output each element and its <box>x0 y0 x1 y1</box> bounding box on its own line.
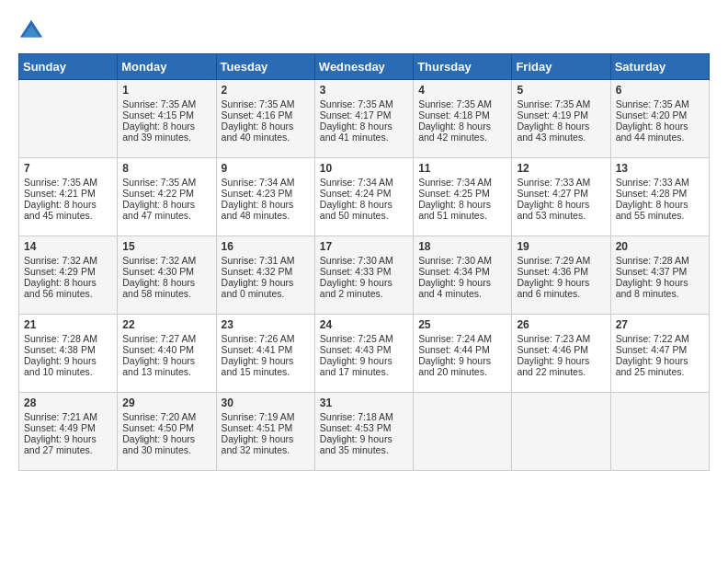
sunrise-text: Sunrise: 7:20 AM <box>122 411 196 422</box>
daylight-text: Daylight: 9 hours and 6 minutes. <box>517 277 589 299</box>
calendar-cell: 1 Sunrise: 7:35 AM Sunset: 4:15 PM Dayli… <box>118 80 216 158</box>
sunset-text: Sunset: 4:30 PM <box>122 266 194 277</box>
logo-icon <box>18 18 44 44</box>
sunrise-text: Sunrise: 7:30 AM <box>320 255 393 266</box>
calendar-cell: 12 Sunrise: 7:33 AM Sunset: 4:27 PM Dayl… <box>512 158 610 236</box>
day-number: 11 <box>418 162 506 175</box>
daylight-text: Daylight: 9 hours and 30 minutes. <box>122 433 195 455</box>
calendar-cell: 23 Sunrise: 7:26 AM Sunset: 4:41 PM Dayl… <box>216 315 314 393</box>
col-header-thursday: Thursday <box>414 54 512 80</box>
calendar-cell: 26 Sunrise: 7:23 AM Sunset: 4:46 PM Dayl… <box>512 315 610 393</box>
calendar-cell <box>610 393 709 471</box>
sunset-text: Sunset: 4:17 PM <box>320 109 392 121</box>
calendar-cell: 24 Sunrise: 7:25 AM Sunset: 4:43 PM Dayl… <box>314 315 413 393</box>
sunrise-text: Sunrise: 7:35 AM <box>616 98 689 109</box>
calendar-cell: 10 Sunrise: 7:34 AM Sunset: 4:24 PM Dayl… <box>314 158 413 236</box>
day-number: 17 <box>320 240 408 253</box>
daylight-text: Daylight: 8 hours and 51 minutes. <box>418 199 491 221</box>
day-number: 12 <box>517 162 605 175</box>
sunrise-text: Sunrise: 7:18 AM <box>320 411 393 422</box>
sunset-text: Sunset: 4:47 PM <box>616 344 688 355</box>
sunrise-text: Sunrise: 7:30 AM <box>418 255 492 266</box>
sunset-text: Sunset: 4:22 PM <box>122 188 194 199</box>
calendar-cell: 22 Sunrise: 7:27 AM Sunset: 4:40 PM Dayl… <box>118 315 216 393</box>
sunrise-text: Sunrise: 7:34 AM <box>320 177 393 188</box>
calendar-cell: 30 Sunrise: 7:19 AM Sunset: 4:51 PM Dayl… <box>216 393 314 471</box>
calendar-cell: 27 Sunrise: 7:22 AM Sunset: 4:47 PM Dayl… <box>610 315 709 393</box>
sunset-text: Sunset: 4:38 PM <box>24 344 96 355</box>
sunset-text: Sunset: 4:25 PM <box>418 188 490 199</box>
sunset-text: Sunset: 4:27 PM <box>517 188 588 199</box>
calendar-cell: 28 Sunrise: 7:21 AM Sunset: 4:49 PM Dayl… <box>19 393 118 471</box>
calendar-cell <box>19 80 118 158</box>
daylight-text: Daylight: 8 hours and 50 minutes. <box>320 199 392 221</box>
calendar-week-2: 7 Sunrise: 7:35 AM Sunset: 4:21 PM Dayli… <box>19 158 710 236</box>
sunset-text: Sunset: 4:32 PM <box>222 266 293 277</box>
sunset-text: Sunset: 4:40 PM <box>122 344 194 355</box>
day-number: 14 <box>24 240 112 253</box>
calendar-cell: 8 Sunrise: 7:35 AM Sunset: 4:22 PM Dayli… <box>118 158 216 236</box>
sunrise-text: Sunrise: 7:32 AM <box>24 255 97 266</box>
sunrise-text: Sunrise: 7:27 AM <box>122 333 196 344</box>
sunset-text: Sunset: 4:50 PM <box>122 422 194 433</box>
sunset-text: Sunset: 4:29 PM <box>24 266 96 277</box>
day-number: 3 <box>320 84 408 97</box>
day-number: 29 <box>122 396 210 409</box>
day-number: 20 <box>616 240 704 253</box>
day-number: 7 <box>24 162 112 175</box>
sunrise-text: Sunrise: 7:28 AM <box>24 333 97 344</box>
col-header-monday: Monday <box>118 54 216 80</box>
sunset-text: Sunset: 4:33 PM <box>320 266 392 277</box>
col-header-tuesday: Tuesday <box>216 54 314 80</box>
col-header-friday: Friday <box>512 54 610 80</box>
sunrise-text: Sunrise: 7:35 AM <box>418 98 492 109</box>
sunset-text: Sunset: 4:16 PM <box>222 109 293 121</box>
daylight-text: Daylight: 8 hours and 40 minutes. <box>222 121 294 143</box>
daylight-text: Daylight: 8 hours and 42 minutes. <box>418 121 491 143</box>
calendar-cell: 11 Sunrise: 7:34 AM Sunset: 4:25 PM Dayl… <box>414 158 512 236</box>
daylight-text: Daylight: 8 hours and 58 minutes. <box>122 277 195 299</box>
day-number: 19 <box>517 240 605 253</box>
sunset-text: Sunset: 4:15 PM <box>122 109 194 121</box>
daylight-text: Daylight: 9 hours and 2 minutes. <box>320 277 392 299</box>
sunrise-text: Sunrise: 7:25 AM <box>320 333 393 344</box>
daylight-text: Daylight: 9 hours and 15 minutes. <box>222 355 294 377</box>
calendar-week-5: 28 Sunrise: 7:21 AM Sunset: 4:49 PM Dayl… <box>19 393 710 471</box>
calendar-cell: 14 Sunrise: 7:32 AM Sunset: 4:29 PM Dayl… <box>19 236 118 315</box>
calendar-cell: 13 Sunrise: 7:33 AM Sunset: 4:28 PM Dayl… <box>610 158 709 236</box>
sunrise-text: Sunrise: 7:19 AM <box>222 411 295 422</box>
sunrise-text: Sunrise: 7:23 AM <box>517 333 590 344</box>
day-number: 16 <box>222 240 310 253</box>
sunrise-text: Sunrise: 7:35 AM <box>222 98 295 109</box>
day-number: 30 <box>222 396 310 409</box>
calendar-cell: 4 Sunrise: 7:35 AM Sunset: 4:18 PM Dayli… <box>414 80 512 158</box>
sunset-text: Sunset: 4:23 PM <box>222 188 293 199</box>
calendar-cell: 6 Sunrise: 7:35 AM Sunset: 4:20 PM Dayli… <box>610 80 709 158</box>
calendar-cell: 21 Sunrise: 7:28 AM Sunset: 4:38 PM Dayl… <box>19 315 118 393</box>
sunrise-text: Sunrise: 7:35 AM <box>517 98 590 109</box>
daylight-text: Daylight: 9 hours and 13 minutes. <box>122 355 195 377</box>
sunrise-text: Sunrise: 7:28 AM <box>616 255 689 266</box>
calendar-table: SundayMondayTuesdayWednesdayThursdayFrid… <box>18 53 710 471</box>
sunrise-text: Sunrise: 7:24 AM <box>418 333 492 344</box>
calendar-header: SundayMondayTuesdayWednesdayThursdayFrid… <box>19 54 710 80</box>
calendar-week-1: 1 Sunrise: 7:35 AM Sunset: 4:15 PM Dayli… <box>19 80 710 158</box>
calendar-cell: 16 Sunrise: 7:31 AM Sunset: 4:32 PM Dayl… <box>216 236 314 315</box>
logo <box>18 18 48 44</box>
daylight-text: Daylight: 8 hours and 41 minutes. <box>320 121 392 143</box>
daylight-text: Daylight: 8 hours and 53 minutes. <box>517 199 589 221</box>
sunset-text: Sunset: 4:53 PM <box>320 422 392 433</box>
calendar-cell: 31 Sunrise: 7:18 AM Sunset: 4:53 PM Dayl… <box>314 393 413 471</box>
calendar-cell: 18 Sunrise: 7:30 AM Sunset: 4:34 PM Dayl… <box>414 236 512 315</box>
calendar-cell: 19 Sunrise: 7:29 AM Sunset: 4:36 PM Dayl… <box>512 236 610 315</box>
day-number: 23 <box>222 318 310 331</box>
day-number: 21 <box>24 318 112 331</box>
sunrise-text: Sunrise: 7:22 AM <box>616 333 689 344</box>
daylight-text: Daylight: 9 hours and 27 minutes. <box>24 433 97 455</box>
calendar-cell: 7 Sunrise: 7:35 AM Sunset: 4:21 PM Dayli… <box>19 158 118 236</box>
calendar-cell: 3 Sunrise: 7:35 AM Sunset: 4:17 PM Dayli… <box>314 80 413 158</box>
sunset-text: Sunset: 4:28 PM <box>616 188 688 199</box>
calendar-cell <box>414 393 512 471</box>
day-number: 2 <box>222 84 310 97</box>
day-number: 15 <box>122 240 210 253</box>
